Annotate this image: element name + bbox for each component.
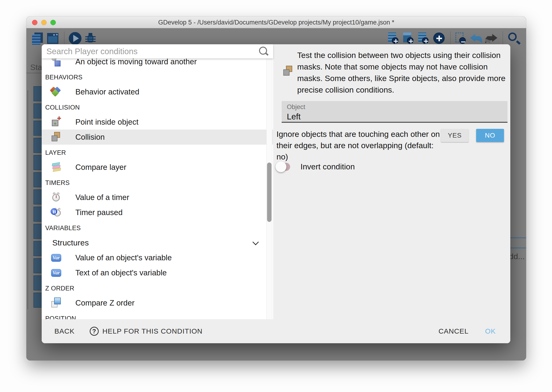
background-selected-event-outline <box>509 238 526 248</box>
category-header-variables: VARIABLES <box>42 220 273 235</box>
condition-item-compare-layer[interactable]: Compare layer <box>42 160 273 175</box>
minimize-button[interactable] <box>41 20 47 25</box>
condition-item-label: Value of a timer <box>75 193 129 202</box>
zoom-button[interactable] <box>50 20 56 25</box>
list-scrollbar <box>266 58 272 319</box>
collision-icon <box>282 65 294 77</box>
condition-item-label: Behavior activated <box>75 87 139 96</box>
category-header-position: POSITION <box>42 310 273 319</box>
condition-list: An object is moving toward anotherBEHAVI… <box>42 58 273 319</box>
condition-item-label: Value of an object's variable <box>75 253 172 262</box>
collision-icon <box>51 132 62 143</box>
ignore-edges-label: Ignore objects that are touching each ot… <box>276 128 444 162</box>
point-inside-icon <box>51 116 62 128</box>
group-label: Structures <box>52 238 89 247</box>
search-input[interactable] <box>42 47 258 56</box>
zorder-icon <box>51 297 62 309</box>
category-header-timers: TIMERS <box>42 175 273 190</box>
search-icon <box>258 46 269 57</box>
condition-detail-panel: Test the collision between two objects u… <box>273 44 510 319</box>
object-field-value: Left <box>287 112 502 121</box>
var-icon <box>51 267 62 279</box>
condition-item-label: An object is moving toward another <box>75 58 197 66</box>
condition-item-value-of-an-object-s-variable[interactable]: Value of an object's variable <box>42 250 273 265</box>
scrollbar-thumb[interactable] <box>267 162 271 222</box>
invert-condition-toggle[interactable] <box>276 163 290 171</box>
condition-item-an-object-is-moving-toward-another[interactable]: An object is moving toward another <box>42 58 273 69</box>
category-header-layer: LAYER <box>42 145 273 160</box>
condition-item-label: Timer paused <box>75 208 123 217</box>
condition-list-panel: An object is moving toward anotherBEHAVI… <box>42 44 273 319</box>
help-button-label: HELP FOR THIS CONDITION <box>103 327 202 335</box>
close-button[interactable] <box>32 20 37 25</box>
condition-item-value-of-a-timer[interactable]: Value of a timer <box>42 190 273 205</box>
category-header-behaviors: BEHAVIORS <box>42 69 273 84</box>
search-bar <box>42 44 273 58</box>
condition-item-label: Compare layer <box>75 163 126 172</box>
help-icon <box>90 327 99 336</box>
back-button[interactable]: BACK <box>53 324 76 338</box>
condition-item-collision[interactable]: Collision <box>42 130 273 145</box>
category-header-z-order: Z ORDER <box>42 280 273 295</box>
condition-item-text-of-an-object-s-variable[interactable]: Text of an object's variable <box>42 265 273 280</box>
invert-condition-row: Invert condition <box>276 162 355 171</box>
condition-item-label: Collision <box>75 133 105 142</box>
toggle-knob <box>276 161 286 172</box>
help-button[interactable]: HELP FOR THIS CONDITION <box>90 327 202 336</box>
condition-item-timer-paused[interactable]: Timer paused <box>42 205 273 220</box>
background-events-bracket <box>28 90 33 309</box>
condition-item-point-inside-object[interactable]: Point inside object <box>42 114 273 130</box>
moving-toward-icon <box>51 58 62 67</box>
timer-paused-icon <box>51 207 62 218</box>
condition-item-label: Point inside object <box>75 118 138 126</box>
category-header-collision: COLLISION <box>42 99 273 114</box>
var-icon <box>51 252 62 263</box>
choose-condition-dialog: An object is moving toward anotherBEHAVI… <box>42 44 510 343</box>
background-tab-underline <box>26 73 42 73</box>
ok-button[interactable]: OK <box>484 324 497 338</box>
condition-item-label: Compare Z order <box>75 299 134 308</box>
cancel-button[interactable]: CANCEL <box>437 324 470 338</box>
window-title: GDevelop 5 - /Users/david/Documents/GDev… <box>26 16 526 28</box>
behavior-icon <box>51 86 62 98</box>
condition-item-label: Text of an object's variable <box>75 268 167 277</box>
traffic-lights <box>32 20 56 25</box>
condition-description: Test the collision between two objects u… <box>297 49 510 96</box>
invert-condition-label: Invert condition <box>301 162 355 171</box>
group-row-structures[interactable]: Structures <box>42 235 273 250</box>
dialog-footer: BACK HELP FOR THIS CONDITION CANCEL OK <box>42 319 510 343</box>
object-field[interactable]: Object Left <box>282 101 508 123</box>
object-field-label: Object <box>287 103 502 111</box>
timer-icon <box>51 192 62 203</box>
condition-item-behavior-activated[interactable]: Behavior activated <box>42 84 273 99</box>
chevron-down-icon[interactable] <box>253 240 259 245</box>
background-tab-label: Sta <box>30 63 42 72</box>
background-add-label: dd... <box>509 252 525 261</box>
window-titlebar: GDevelop 5 - /Users/david/Documents/GDev… <box>26 16 526 28</box>
condition-item-compare-z-order[interactable]: Compare Z order <box>42 295 273 310</box>
no-button[interactable]: NO <box>476 129 504 142</box>
layer-icon <box>51 162 62 173</box>
yes-button[interactable]: YES <box>441 129 469 142</box>
